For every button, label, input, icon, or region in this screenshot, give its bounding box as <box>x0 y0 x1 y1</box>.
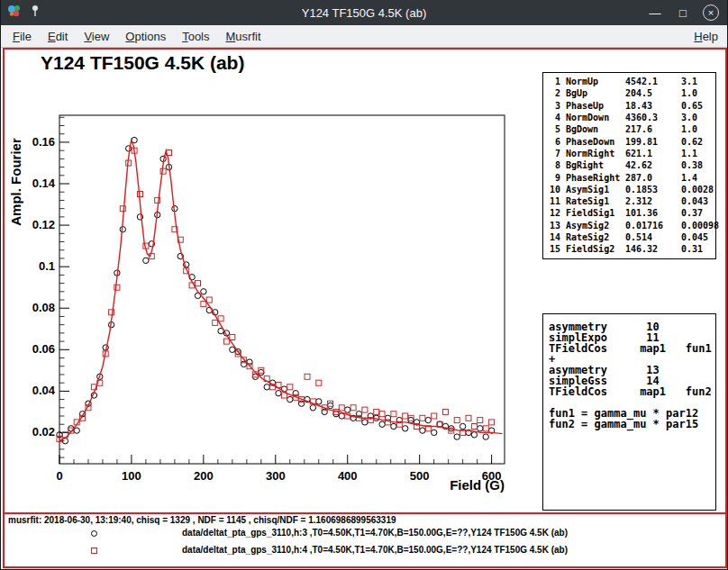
plot-title: Y124 TF150G 4.5K (ab) <box>41 52 244 74</box>
param-val: 4360.3 <box>625 113 676 122</box>
param-row: 3PhaseUp18.430.65 <box>548 100 711 112</box>
fourier-plot[interactable]: 01002003004005006000.020.040.060.080.10.… <box>8 101 526 502</box>
param-val: 146.32 <box>625 244 676 254</box>
param-name: BgRight <box>566 160 620 170</box>
param-name: PhaseUp <box>566 101 620 111</box>
param-err: 1.0 <box>681 88 711 98</box>
pin-icon[interactable] <box>30 5 41 21</box>
param-no: 6 <box>548 137 560 147</box>
param-row: 14RateSig20.5140.045 <box>548 231 711 243</box>
param-no: 9 <box>548 173 560 183</box>
param-name: NormRight <box>566 149 620 158</box>
param-val: 199.81 <box>625 137 676 147</box>
legend-marker-square <box>91 547 97 554</box>
param-val: 0.1853 <box>625 185 676 195</box>
svg-text:0.12: 0.12 <box>32 218 55 231</box>
param-name: AsymSig2 <box>566 221 620 231</box>
menu-help[interactable]: Help <box>688 30 723 43</box>
svg-text:200: 200 <box>194 469 214 483</box>
param-err: 0.043 <box>681 196 711 206</box>
menu-items: FileEditViewOptionsToolsMusrfit <box>5 30 269 43</box>
param-row: 10AsymSig10.18530.0028 <box>548 184 711 195</box>
close-button[interactable]: × <box>703 5 719 21</box>
param-no: 3 <box>548 101 560 111</box>
svg-text:100: 100 <box>122 469 141 483</box>
svg-text:0: 0 <box>56 469 62 483</box>
param-name: RateSig2 <box>566 232 620 242</box>
title-bar[interactable]: Y124 TF150G 4.5K (ab) — □ × <box>1 0 727 25</box>
param-row: 9PhaseRight287.01.4 <box>548 171 711 183</box>
param-val: 0.514 <box>625 232 676 242</box>
param-name: RateSig1 <box>566 196 620 206</box>
menu-view[interactable]: View <box>76 30 117 43</box>
param-row: 4NormDown4360.33.0 <box>548 112 711 123</box>
svg-text:0.14: 0.14 <box>32 176 56 190</box>
y-axis-title: Ampl. Fourier <box>8 138 23 226</box>
maximize-button[interactable]: □ <box>675 5 691 21</box>
param-val: 287.0 <box>625 173 676 183</box>
app-icon <box>7 4 22 22</box>
theory-box[interactable]: asymmetry 10simplExpo 11TFieldCos map1 f… <box>542 313 716 511</box>
menu-bar: FileEditViewOptionsToolsMusrfit Help <box>1 25 727 48</box>
fit-stats: musrfit: 2018-06-30, 13:19:40, chisq = 1… <box>8 515 396 525</box>
param-err: 3.1 <box>681 77 711 86</box>
svg-text:500: 500 <box>410 469 430 483</box>
svg-text:0.16: 0.16 <box>32 135 55 149</box>
param-no: 2 <box>548 88 560 98</box>
param-row: 7NormRight621.11.1 <box>548 148 711 159</box>
param-row: 5BgDown217.61.0 <box>548 123 711 135</box>
param-val: 0.01716 <box>625 221 676 231</box>
param-no: 14 <box>548 232 560 242</box>
param-name: FieldSig1 <box>566 208 620 218</box>
menu-options[interactable]: Options <box>117 30 174 43</box>
param-name: AsymSig1 <box>566 185 620 195</box>
param-val: 2.312 <box>625 196 676 206</box>
param-err: 0.045 <box>681 232 711 242</box>
minimize-button[interactable]: — <box>647 5 663 21</box>
menu-edit[interactable]: Edit <box>40 30 76 43</box>
param-err: 0.38 <box>681 160 711 170</box>
param-err: 0.31 <box>681 244 711 254</box>
param-val: 621.1 <box>625 149 676 158</box>
legend-label: data/deltat_pta_gps_3110,h:4 ,T0=4.50K,T… <box>182 545 568 555</box>
plot-frame <box>59 115 505 464</box>
param-err: 3.0 <box>681 113 711 122</box>
param-val: 42.62 <box>625 160 676 170</box>
parameter-box[interactable]: 1NormUp4542.13.12BgUp204.51.03PhaseUp18.… <box>542 72 716 259</box>
app-window: Y124 TF150G 4.5K (ab) — □ × FileEditView… <box>0 0 728 570</box>
param-row: 12FieldSig1101.360.37 <box>548 207 711 219</box>
param-val: 4542.1 <box>625 77 676 86</box>
param-row: 1NormUp4542.13.1 <box>548 76 711 87</box>
param-err: 0.37 <box>681 208 711 218</box>
param-name: BgUp <box>566 88 620 98</box>
theory-line: fun2 = gamma_mu * par15 <box>549 419 710 430</box>
pad-divider <box>3 512 727 514</box>
param-name: FieldSig2 <box>566 244 620 254</box>
param-err: 0.65 <box>681 101 711 111</box>
param-no: 5 <box>548 124 560 134</box>
param-err: 0.62 <box>681 137 711 147</box>
svg-text:400: 400 <box>338 469 358 483</box>
param-row: 8BgRight42.620.38 <box>548 159 711 171</box>
svg-text:0.02: 0.02 <box>32 425 55 439</box>
param-no: 13 <box>548 221 560 231</box>
param-val: 18.43 <box>625 101 676 111</box>
param-no: 8 <box>548 160 560 170</box>
svg-text:0.06: 0.06 <box>32 342 55 356</box>
param-name: NormDown <box>566 113 620 122</box>
menu-tools[interactable]: Tools <box>174 30 217 43</box>
param-name: PhaseDown <box>566 137 620 147</box>
series-data-h3 <box>57 137 495 444</box>
param-row: 2BgUp204.51.0 <box>548 87 711 99</box>
param-no: 7 <box>548 149 560 158</box>
svg-text:0.04: 0.04 <box>32 384 56 397</box>
root-canvas[interactable]: Y124 TF150G 4.5K (ab) 010020030040050060… <box>3 48 727 568</box>
x-axis-title: Field (G) <box>450 477 505 493</box>
legend-label: data/deltat_pta_gps_3110,h:3 ,T0=4.50K,T… <box>182 528 568 538</box>
theory-line: TFieldCos map1 fun1 <box>549 343 710 354</box>
param-val: 217.6 <box>625 124 676 134</box>
param-err: 0.00098 <box>681 221 719 231</box>
legend-marker-circle <box>91 530 97 537</box>
menu-musrfit[interactable]: Musrfit <box>218 30 269 43</box>
menu-file[interactable]: File <box>5 30 40 43</box>
